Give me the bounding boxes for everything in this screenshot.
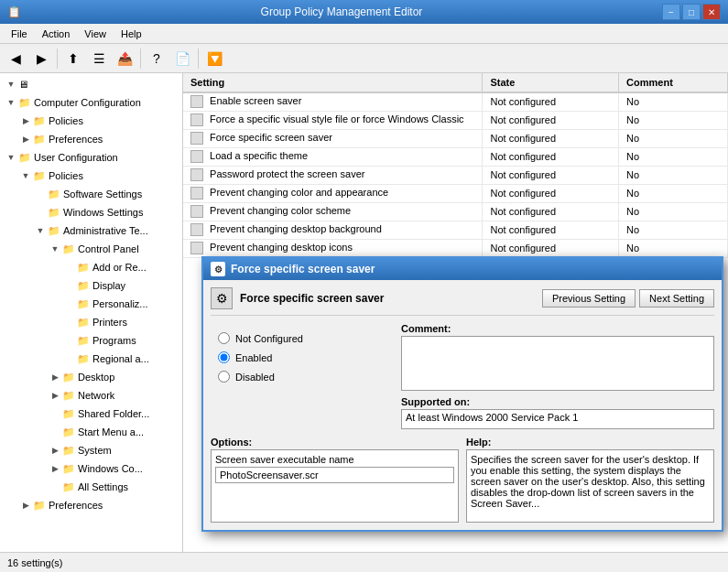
- tree-item-network[interactable]: ▶ 📁 Network: [0, 386, 182, 405]
- expand-windows-comp[interactable]: ▶: [48, 461, 62, 476]
- expand-preferences2[interactable]: ▶: [18, 498, 33, 513]
- table-row[interactable]: Load a specific theme Not configured No: [183, 147, 728, 166]
- menu-action[interactable]: Action: [35, 27, 78, 41]
- tree-item-preferences[interactable]: ▶ 📁 Preferences: [0, 130, 182, 148]
- minimize-button[interactable]: −: [662, 4, 680, 20]
- tree-item-display[interactable]: ▶ 📁 Display: [0, 276, 182, 295]
- tree-label-admin-templates: Administrative Te...: [63, 222, 148, 239]
- modal-policy-icon: ⚙: [211, 287, 233, 309]
- tree-item-programs[interactable]: ▶ 📁 Programs: [0, 331, 182, 350]
- expand-root[interactable]: ▼: [4, 77, 18, 92]
- expand-desktop[interactable]: ▶: [48, 370, 62, 384]
- folder-start-menu-icon: 📁: [62, 424, 75, 440]
- tree-item-regional[interactable]: ▶ 📁 Regional a...: [0, 350, 182, 368]
- expand-admin-templates[interactable]: ▼: [33, 223, 48, 238]
- modal-nav-buttons: Previous Setting Next Setting: [542, 289, 714, 308]
- menu-view[interactable]: View: [77, 27, 114, 41]
- setting-icon: [190, 95, 203, 108]
- menu-file[interactable]: File: [4, 27, 35, 41]
- table-row[interactable]: Prevent changing color scheme Not config…: [183, 202, 728, 221]
- radio-group: Not Configured Enabled Disabled: [211, 323, 394, 392]
- folder-windows-comp-icon: 📁: [62, 460, 75, 477]
- tree-item-comp-config[interactable]: ▼ 📁 Computer Configuration: [0, 93, 182, 112]
- table-row[interactable]: Prevent changing desktop icons Not confi…: [183, 239, 728, 257]
- tree-item-user-config[interactable]: ▼ 📁 User Configuration: [0, 148, 182, 167]
- expand-user-config[interactable]: ▼: [4, 150, 18, 165]
- screen-saver-input[interactable]: [215, 467, 454, 483]
- folder-network-icon: 📁: [62, 387, 75, 404]
- expand-policies[interactable]: ▶: [18, 113, 33, 128]
- expand-network[interactable]: ▶: [48, 388, 62, 403]
- setting-name: Force a specific visual style file or fo…: [183, 111, 483, 129]
- folder-comp-config-icon: 📁: [18, 94, 31, 111]
- tree-item-add-remove[interactable]: ▶ 📁 Add or Re...: [0, 258, 182, 276]
- settings-table: Setting State Comment Enable screen save…: [183, 73, 728, 258]
- tree-item-all-settings[interactable]: ▶ 📁 All Settings: [0, 478, 182, 496]
- tree-item-root[interactable]: ▼ 🖥: [0, 75, 182, 93]
- expand-comp-config[interactable]: ▼: [4, 95, 18, 110]
- prev-setting-button[interactable]: Previous Setting: [542, 289, 636, 308]
- back-button[interactable]: ◀: [4, 47, 27, 70]
- help-panel: Help: Specifies the screen saver for the…: [466, 437, 714, 523]
- tree-label-windows-comp: Windows Co...: [78, 460, 143, 477]
- radio-not-configured[interactable]: Not Configured: [214, 330, 390, 346]
- radio-not-configured-input[interactable]: [218, 332, 230, 344]
- setting-icon: [190, 150, 203, 163]
- close-button[interactable]: ✕: [702, 4, 721, 20]
- tree-item-policies2[interactable]: ▼ 📁 Policies: [0, 167, 182, 185]
- window-title: Group Policy Management Editor: [21, 5, 662, 18]
- report-button[interactable]: 📄: [170, 47, 194, 70]
- tree-item-windows-settings[interactable]: ▶ 📁 Windows Settings: [0, 203, 182, 221]
- radio-disabled[interactable]: Disabled: [214, 369, 390, 384]
- expand-system[interactable]: ▶: [48, 443, 62, 458]
- tree-item-personalization[interactable]: ▶ 📁 Personaliz...: [0, 295, 182, 313]
- menu-help[interactable]: Help: [114, 27, 149, 41]
- tree-item-start-menu[interactable]: ▶ 📁 Start Menu a...: [0, 423, 182, 441]
- expand-control-panel[interactable]: ▼: [48, 242, 62, 256]
- tree-item-software-settings[interactable]: ▶ 📁 Software Settings: [0, 185, 182, 203]
- tree-item-shared-folders[interactable]: ▶ 📁 Shared Folder...: [0, 405, 182, 423]
- maximize-button[interactable]: □: [682, 4, 701, 20]
- table-row[interactable]: Password protect the screen saver Not co…: [183, 166, 728, 184]
- export-button[interactable]: 📤: [113, 47, 136, 70]
- expand-policies2[interactable]: ▼: [18, 168, 33, 183]
- col-comment[interactable]: Comment: [619, 73, 728, 92]
- tree-item-control-panel[interactable]: ▼ 📁 Control Panel: [0, 240, 182, 258]
- setting-state: Not configured: [483, 129, 619, 147]
- expand-preferences[interactable]: ▶: [18, 132, 33, 146]
- tree-item-windows-comp[interactable]: ▶ 📁 Windows Co...: [0, 459, 182, 478]
- up-button[interactable]: ⬆: [61, 47, 85, 70]
- radio-enabled[interactable]: Enabled: [214, 350, 390, 365]
- modal-dialog[interactable]: ⚙ Force specific screen saver ⚙ Force sp…: [201, 256, 723, 532]
- tree-item-policies[interactable]: ▶ 📁 Policies: [0, 112, 182, 130]
- tree-item-preferences2[interactable]: ▶ 📁 Preferences: [0, 496, 182, 514]
- table-row[interactable]: Prevent changing desktop background Not …: [183, 221, 728, 239]
- forward-button[interactable]: ▶: [29, 47, 53, 70]
- help-label: Help:: [466, 437, 714, 448]
- col-setting[interactable]: Setting: [183, 73, 483, 92]
- table-row[interactable]: Force specific screen saver Not configur…: [183, 129, 728, 147]
- folder-admin-templates-icon: 📁: [48, 222, 60, 239]
- folder-preferences-icon: 📁: [33, 131, 46, 147]
- table-row[interactable]: Force a specific visual style file or fo…: [183, 111, 728, 129]
- tree-label-network: Network: [78, 387, 114, 404]
- help-button[interactable]: ?: [145, 47, 168, 70]
- comment-textarea[interactable]: [401, 336, 714, 391]
- show-hide-button[interactable]: ☰: [87, 47, 111, 70]
- tree-item-system[interactable]: ▶ 📁 System: [0, 441, 182, 459]
- toolbar-separator-3: [198, 49, 199, 69]
- setting-name: Prevent changing color scheme: [183, 202, 483, 221]
- col-state[interactable]: State: [483, 73, 619, 92]
- next-setting-button[interactable]: Next Setting: [639, 289, 714, 308]
- tree-item-desktop[interactable]: ▶ 📁 Desktop: [0, 368, 182, 386]
- setting-state: Not configured: [483, 92, 619, 111]
- table-row[interactable]: Prevent changing color and appearance No…: [183, 184, 728, 202]
- tree-item-admin-templates[interactable]: ▼ 📁 Administrative Te...: [0, 221, 182, 240]
- tree-item-printers[interactable]: ▶ 📁 Printers: [0, 313, 182, 331]
- tree-panel[interactable]: ▼ 🖥 ▼ 📁 Computer Configuration ▶ 📁 Polic…: [0, 73, 183, 552]
- filter-button[interactable]: 🔽: [202, 47, 226, 70]
- radio-disabled-input[interactable]: [218, 371, 230, 383]
- table-row[interactable]: Enable screen saver Not configured No: [183, 92, 728, 111]
- tree-label-display: Display: [92, 277, 125, 294]
- radio-enabled-input[interactable]: [218, 351, 230, 363]
